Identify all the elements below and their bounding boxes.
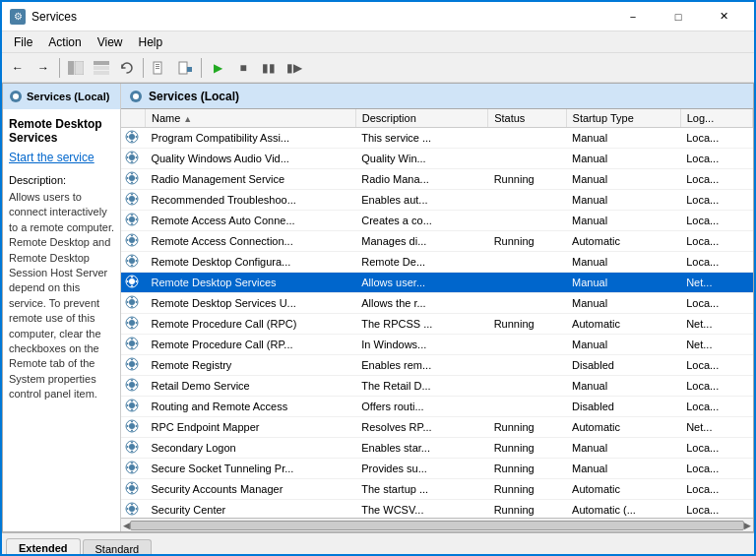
- svg-point-113: [131, 463, 133, 464]
- col-name[interactable]: Name ▲: [145, 109, 355, 128]
- table-row[interactable]: Secondary LogonEnables star...RunningMan…: [121, 438, 753, 459]
- back-button[interactable]: ←: [6, 56, 30, 80]
- gear-icon: [125, 151, 139, 164]
- tab-standard[interactable]: Standard: [83, 539, 153, 556]
- table-row[interactable]: Remote Desktop Configura...Remote De...M…: [121, 252, 753, 273]
- table-row[interactable]: Secure Socket Tunneling Pr...Provides su…: [121, 459, 753, 479]
- service-description: The RPCSS ...: [355, 314, 487, 335]
- table-row[interactable]: Remote RegistryEnables rem...DisabledLoc…: [121, 355, 753, 376]
- svg-rect-2: [94, 61, 109, 65]
- maximize-button[interactable]: □: [656, 2, 701, 31]
- service-icon-cell: [121, 190, 145, 211]
- svg-point-67: [127, 301, 129, 303]
- col-description[interactable]: Description: [355, 109, 487, 128]
- table-row[interactable]: Recommended Troubleshoo...Enables aut...…: [121, 190, 753, 211]
- service-name: Remote Procedure Call (RPC): [145, 314, 355, 335]
- menu-action[interactable]: Action: [40, 33, 89, 51]
- table-row[interactable]: Remote Desktop Services U...Allows the r…: [121, 293, 753, 314]
- service-logon: Net...: [680, 335, 752, 355]
- tab-bar: Extended Standard: [2, 532, 754, 556]
- menu-file[interactable]: File: [6, 33, 40, 51]
- service-logon: Net...: [680, 273, 752, 293]
- service-logon: Loca...: [680, 169, 752, 190]
- svg-point-65: [131, 297, 133, 299]
- services-tbody: Program Compatibility Assi...This servic…: [121, 128, 753, 519]
- table-row[interactable]: Security CenterThe WCSV...RunningAutomat…: [121, 500, 753, 519]
- menu-view[interactable]: View: [90, 33, 131, 51]
- svg-point-126: [131, 513, 133, 515]
- svg-point-80: [136, 342, 138, 344]
- svg-point-75: [129, 340, 135, 346]
- h-scroll-thumb[interactable]: [130, 521, 744, 530]
- export-button[interactable]: [148, 56, 171, 80]
- play-button[interactable]: ▶: [206, 56, 229, 80]
- col-logon[interactable]: Log...: [680, 109, 752, 128]
- table-row[interactable]: Security Accounts ManagerThe startup ...…: [121, 479, 753, 500]
- table-row[interactable]: RPC Endpoint MapperResolves RP...Running…: [121, 417, 753, 438]
- gear-icon: [125, 316, 139, 330]
- service-startup-type: Disabled: [566, 397, 680, 417]
- service-icon-cell: [121, 293, 145, 314]
- forward-button[interactable]: →: [32, 56, 55, 80]
- table-row[interactable]: Routing and Remote AccessOffers routi...…: [121, 397, 753, 417]
- gear-icon: [125, 440, 139, 454]
- service-status: Running: [488, 479, 566, 500]
- h-scroll-right[interactable]: ▶: [744, 521, 751, 530]
- svg-point-23: [131, 153, 133, 154]
- service-status: [488, 211, 566, 231]
- col-status[interactable]: Status: [488, 109, 566, 128]
- table-row[interactable]: Remote Procedure Call (RP...In Windows..…: [121, 335, 753, 355]
- close-button[interactable]: ✕: [701, 2, 746, 31]
- table-row[interactable]: Remote Desktop ServicesAllows user...Man…: [121, 273, 753, 293]
- svg-point-59: [131, 277, 133, 278]
- service-name: Security Accounts Manager: [145, 479, 355, 500]
- panel-button[interactable]: [90, 56, 113, 80]
- services-table: Name ▲ Description Status Startup Type: [121, 109, 753, 518]
- service-name: Routing and Remote Access: [145, 397, 355, 417]
- svg-point-50: [136, 239, 138, 241]
- service-description: Enables star...: [355, 438, 487, 459]
- refresh-button[interactable]: [115, 56, 139, 80]
- app-icon: ⚙: [10, 9, 26, 25]
- properties-button[interactable]: [173, 56, 197, 80]
- table-row[interactable]: Remote Procedure Call (RPC)The RPCSS ...…: [121, 314, 753, 335]
- col-startup-type[interactable]: Startup Type: [566, 109, 680, 128]
- gear-icon: [125, 192, 139, 206]
- table-row[interactable]: Retail Demo ServiceThe Retail D...Manual…: [121, 376, 753, 397]
- table-row[interactable]: Radio Management ServiceRadio Mana...Run…: [121, 169, 753, 190]
- svg-point-98: [136, 404, 138, 406]
- gear-icon: [125, 378, 139, 392]
- service-logon: Net...: [680, 314, 752, 335]
- table-row[interactable]: Quality Windows Audio Vid...Quality Win.…: [121, 149, 753, 169]
- tab-extended[interactable]: Extended: [6, 538, 81, 556]
- h-scroll-left[interactable]: ◀: [123, 521, 130, 530]
- restart-button[interactable]: ▮▶: [283, 56, 306, 80]
- minimize-button[interactable]: −: [610, 2, 656, 31]
- service-name: Secure Socket Tunneling Pr...: [145, 459, 355, 479]
- table-row[interactable]: Program Compatibility Assi...This servic…: [121, 128, 753, 149]
- service-status: [488, 190, 566, 211]
- horizontal-scrollbar[interactable]: ◀ ▶: [121, 518, 753, 531]
- svg-point-37: [127, 198, 129, 200]
- svg-point-111: [129, 464, 135, 470]
- table-row[interactable]: Remote Access Connection...Manages di...…: [121, 231, 753, 252]
- service-logon: Loca...: [680, 355, 752, 376]
- table-row[interactable]: Remote Access Auto Conne...Creates a co.…: [121, 211, 753, 231]
- stop-button[interactable]: ■: [231, 56, 255, 80]
- right-panel-title: Services (Local): [149, 90, 239, 103]
- start-service-link[interactable]: Start the service: [9, 151, 94, 164]
- service-icon-cell: [121, 128, 145, 149]
- title-bar-left: ⚙ Services: [10, 9, 77, 25]
- window-title: Services: [32, 10, 77, 24]
- service-description: The startup ...: [355, 479, 487, 500]
- service-status: Running: [488, 231, 566, 252]
- menu-help[interactable]: Help: [131, 33, 171, 51]
- service-status: Running: [488, 500, 566, 519]
- pause-button[interactable]: ▮▮: [257, 56, 281, 80]
- services-table-wrap[interactable]: Name ▲ Description Status Startup Type: [121, 109, 753, 518]
- svg-point-36: [131, 203, 133, 205]
- show-hide-button[interactable]: [64, 56, 88, 80]
- service-logon: Net...: [680, 417, 752, 438]
- service-description: Quality Win...: [355, 149, 487, 169]
- service-startup-type: Manual: [566, 128, 680, 149]
